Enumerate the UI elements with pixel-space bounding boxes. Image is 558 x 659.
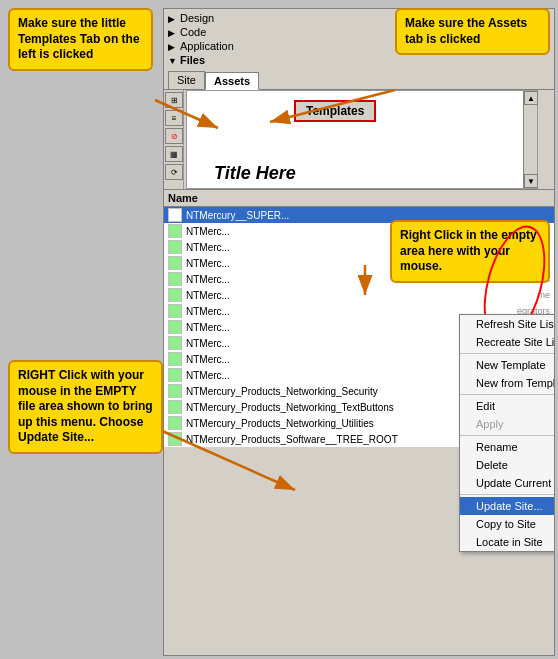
nav-item-files[interactable]: ▼ Files [164, 53, 554, 67]
ctx-separator-4 [460, 494, 555, 495]
tab-bar: Site Assets [164, 69, 554, 90]
file-icon [168, 208, 182, 222]
file-icon [168, 352, 182, 366]
file-icon [168, 272, 182, 286]
annotation-bubble-top-left: Make sure the little Templates Tab on th… [8, 8, 153, 71]
ctx-new-template[interactable]: New Template [460, 356, 555, 374]
ctx-update-current-page[interactable]: Update Current Page [460, 474, 555, 492]
file-list-item[interactable]: NTMerc... me [164, 287, 554, 303]
ctx-locate-in-site[interactable]: Locate in Site [460, 533, 555, 551]
templates-label: Templates [294, 100, 376, 122]
scroll-down-btn[interactable]: ▼ [524, 174, 538, 188]
expand-icon: ▼ [168, 56, 176, 64]
file-icon [168, 288, 182, 302]
main-ui-region: ▶ Design ▶ Code ▶ Application ▼ Files Si… [163, 8, 555, 656]
ctx-rename[interactable]: Rename [460, 438, 555, 456]
title-here-text: Title Here [214, 163, 296, 184]
file-icon [168, 368, 182, 382]
toolbar-icon-3[interactable]: ⊘ [165, 128, 183, 144]
ctx-delete[interactable]: Delete [460, 456, 555, 474]
ctx-separator-1 [460, 353, 555, 354]
context-menu: Refresh Site List Recreate Site List New… [459, 314, 555, 552]
file-icon [168, 432, 182, 446]
ctx-separator-3 [460, 435, 555, 436]
file-icon [168, 416, 182, 430]
file-icon [168, 400, 182, 414]
scrollbar-v[interactable]: ▲ ▼ [523, 91, 537, 188]
toolbar-icon-4[interactable]: ▦ [165, 146, 183, 162]
file-icon [168, 304, 182, 318]
ctx-edit[interactable]: Edit [460, 397, 555, 415]
assets-toolbar: ⊞ ≡ ⊘ ▦ ⟳ [164, 90, 184, 189]
annotation-bubble-top-right: Make sure the Assets tab is clicked [395, 8, 550, 55]
scroll-up-btn[interactable]: ▲ [524, 91, 538, 105]
annotation-bubble-bottom-left: RIGHT Click with your mouse in the EMPTY… [8, 360, 163, 454]
ctx-copy-to-site[interactable]: Copy to Site ▶ [460, 515, 555, 533]
toolbar-icon-1[interactable]: ⊞ [165, 92, 183, 108]
tab-site[interactable]: Site [168, 71, 205, 89]
expand-icon: ▶ [168, 42, 176, 50]
file-icon [168, 336, 182, 350]
toolbar-icon-5[interactable]: ⟳ [165, 164, 183, 180]
expand-icon: ▶ [168, 14, 176, 22]
file-icon [168, 240, 182, 254]
file-icon [168, 256, 182, 270]
file-icon [168, 320, 182, 334]
toolbar-icon-2[interactable]: ≡ [165, 110, 183, 126]
file-icon [168, 384, 182, 398]
ctx-separator-2 [460, 394, 555, 395]
ctx-new-from-template[interactable]: New from Template [460, 374, 555, 392]
file-icon [168, 224, 182, 238]
annotation-bubble-right-mid: Right Click in the empty area here with … [390, 220, 550, 283]
expand-icon: ▶ [168, 28, 176, 36]
ctx-update-site[interactable]: Update Site... ↗ [460, 497, 555, 515]
ctx-apply: Apply [460, 415, 555, 433]
ctx-recreate-site-list[interactable]: Recreate Site List [460, 333, 555, 351]
tab-assets[interactable]: Assets [205, 72, 259, 90]
assets-area: ⊞ ≡ ⊘ ▦ ⟳ Templates ▲ ▼ Title Here [164, 90, 554, 190]
file-list-header: Name [164, 190, 554, 207]
ctx-refresh-site-list[interactable]: Refresh Site List [460, 315, 555, 333]
